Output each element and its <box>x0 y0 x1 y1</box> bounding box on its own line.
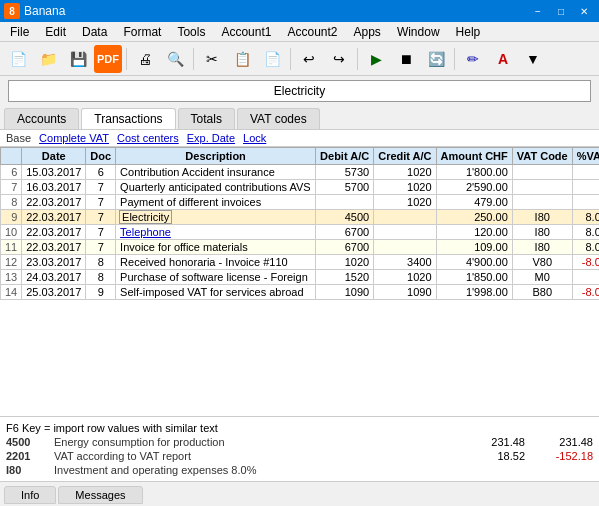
table-wrapper[interactable]: Date Doc Description Debit A/C Credit A/… <box>0 147 599 416</box>
bottom-tab-messages[interactable]: Messages <box>58 486 142 504</box>
toolbar-save[interactable]: 💾 <box>64 45 92 73</box>
toolbar-new[interactable]: 📄 <box>4 45 32 73</box>
tab-transactions[interactable]: Transactions <box>81 108 175 129</box>
toolbar-undo[interactable]: ↩ <box>295 45 323 73</box>
cell-description[interactable]: Electricity <box>116 210 316 225</box>
cell-date: 15.03.2017 <box>22 165 86 180</box>
cell-description[interactable]: Received honoraria - Invoice #110 <box>116 255 316 270</box>
subtab-complete-vat[interactable]: Complete VAT <box>39 132 109 144</box>
close-button[interactable]: ✕ <box>573 0 595 22</box>
table-row[interactable]: 10 22.03.2017 7 Telephone 6700 120.00 I8… <box>1 225 600 240</box>
tab-vat-codes[interactable]: VAT codes <box>237 108 320 129</box>
transactions-table: Date Doc Description Debit A/C Credit A/… <box>0 147 599 300</box>
app-wrapper: 8 Banana − □ ✕ File Edit Data Format Too… <box>0 0 599 506</box>
cell-description[interactable]: Self-imposed VAT for services abroad <box>116 285 316 300</box>
cell-doc: 7 <box>86 180 116 195</box>
cell-description[interactable]: Payment of different invoices <box>116 195 316 210</box>
toolbar-cut[interactable]: ✂ <box>198 45 226 73</box>
table-row[interactable]: 6 15.03.2017 6 Contribution Accident ins… <box>1 165 600 180</box>
cell-amount: 120.00 <box>436 225 512 240</box>
toolbar-paste[interactable]: 📄 <box>258 45 286 73</box>
menu-apps[interactable]: Apps <box>346 23 389 41</box>
desc-text: Self-imposed VAT for services abroad <box>120 286 303 298</box>
table-row[interactable]: 7 16.03.2017 7 Quarterly anticipated con… <box>1 180 600 195</box>
tab-totals[interactable]: Totals <box>178 108 235 129</box>
cell-description[interactable]: Contribution Accident insurance <box>116 165 316 180</box>
toolbar-dropdown[interactable]: ▼ <box>519 45 547 73</box>
cell-description[interactable]: Quarterly anticipated contributions AVS <box>116 180 316 195</box>
cell-num: 8 <box>1 195 22 210</box>
tabs-container: Accounts Transactions Totals VAT codes <box>0 106 599 130</box>
toolbar-sep5 <box>454 48 455 70</box>
bottom-tab-info[interactable]: Info <box>4 486 56 504</box>
menu-format[interactable]: Format <box>115 23 169 41</box>
toolbar-print[interactable]: 🖨 <box>131 45 159 73</box>
cell-amount: 1'800.00 <box>436 165 512 180</box>
bottom-panel: F6 Key = import row values with similar … <box>0 416 599 481</box>
cell-date: 22.03.2017 <box>22 195 86 210</box>
cell-date: 23.03.2017 <box>22 255 86 270</box>
table-row[interactable]: 8 22.03.2017 7 Payment of different invo… <box>1 195 600 210</box>
cell-description[interactable]: Telephone <box>116 225 316 240</box>
menu-help[interactable]: Help <box>448 23 489 41</box>
menu-tools[interactable]: Tools <box>169 23 213 41</box>
toolbar-pen[interactable]: ✏ <box>459 45 487 73</box>
maximize-button[interactable]: □ <box>550 0 572 22</box>
table-row[interactable]: 13 24.03.2017 8 Purchase of software lic… <box>1 270 600 285</box>
cell-credit: 1020 <box>374 195 436 210</box>
toolbar-pdf[interactable]: PDF <box>94 45 122 73</box>
cell-vat-code: V80 <box>512 255 572 270</box>
toolbar-redo[interactable]: ↪ <box>325 45 353 73</box>
cell-doc: 6 <box>86 165 116 180</box>
subtab-cost-centers[interactable]: Cost centers <box>117 132 179 144</box>
header-debit: Debit A/C <box>316 148 374 165</box>
desc-text: Quarterly anticipated contributions AVS <box>120 181 311 193</box>
toolbar-copy[interactable]: 📋 <box>228 45 256 73</box>
address-bar: Electricity <box>8 80 591 102</box>
cell-vat-code: I80 <box>512 225 572 240</box>
cell-num: 6 <box>1 165 22 180</box>
menu-bar: File Edit Data Format Tools Account1 Acc… <box>0 22 599 42</box>
cell-doc: 7 <box>86 195 116 210</box>
menu-account1[interactable]: Account1 <box>213 23 279 41</box>
table-row[interactable]: 12 23.03.2017 8 Received honoraria - Inv… <box>1 255 600 270</box>
cell-credit <box>374 240 436 255</box>
f6-hint-text: F6 Key = import row values with similar … <box>6 422 218 434</box>
header-credit: Credit A/C <box>374 148 436 165</box>
toolbar-text-a[interactable]: A <box>489 45 517 73</box>
toolbar-open[interactable]: 📁 <box>34 45 62 73</box>
title-bar-left: 8 Banana <box>4 3 65 19</box>
table-row[interactable]: 11 22.03.2017 7 Invoice for office mater… <box>1 240 600 255</box>
cell-debit: 6700 <box>316 225 374 240</box>
subtab-exp-date[interactable]: Exp. Date <box>187 132 235 144</box>
table-row[interactable]: 9 22.03.2017 7 Electricity 4500 250.00 I… <box>1 210 600 225</box>
menu-data[interactable]: Data <box>74 23 115 41</box>
bottom-tabs: Info Messages <box>0 481 599 506</box>
subtab-lock[interactable]: Lock <box>243 132 266 144</box>
cell-credit: 1090 <box>374 285 436 300</box>
desc-link[interactable]: Telephone <box>120 226 171 238</box>
toolbar-refresh[interactable]: 🔄 <box>422 45 450 73</box>
menu-account2[interactable]: Account2 <box>279 23 345 41</box>
cell-debit: 1520 <box>316 270 374 285</box>
cell-description[interactable]: Invoice for office materials <box>116 240 316 255</box>
toolbar-stop[interactable]: ⏹ <box>392 45 420 73</box>
tab-accounts[interactable]: Accounts <box>4 108 79 129</box>
toolbar-run[interactable]: ▶ <box>362 45 390 73</box>
app-icon: 8 <box>4 3 20 19</box>
header-description: Description <box>116 148 316 165</box>
minimize-button[interactable]: − <box>527 0 549 22</box>
menu-window[interactable]: Window <box>389 23 448 41</box>
table-row[interactable]: 14 25.03.2017 9 Self-imposed VAT for ser… <box>1 285 600 300</box>
menu-file[interactable]: File <box>2 23 37 41</box>
cell-credit <box>374 225 436 240</box>
desc-editing[interactable]: Electricity <box>120 211 171 223</box>
cell-pct-vat <box>572 195 599 210</box>
cell-pct-vat: -8.00 <box>572 285 599 300</box>
cell-pct-vat: -8.00 <box>572 255 599 270</box>
toolbar-search[interactable]: 🔍 <box>161 45 189 73</box>
menu-edit[interactable]: Edit <box>37 23 74 41</box>
cell-vat-code <box>512 165 572 180</box>
cell-description[interactable]: Purchase of software license - Foreign <box>116 270 316 285</box>
cell-pct-vat: 8.00 <box>572 210 599 225</box>
